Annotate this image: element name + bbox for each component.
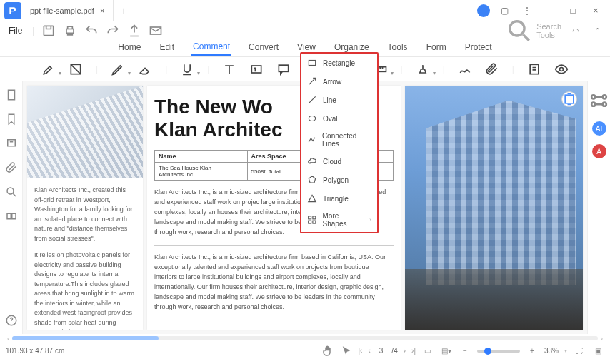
underline-tool-icon[interactable]: ▾ (180, 62, 194, 76)
properties-icon[interactable] (588, 89, 610, 113)
svg-rect-6 (279, 65, 289, 71)
document-page-left: Klan Architects Inc., created this off-g… (27, 86, 143, 330)
left-sidebar (0, 81, 23, 334)
svg-point-20 (603, 95, 606, 98)
cloud-icon[interactable]: ◠ (569, 24, 583, 38)
pencil-tool-icon[interactable]: ▾ (111, 62, 125, 76)
fields-icon[interactable] (5, 210, 18, 223)
app-icon (4, 2, 21, 19)
annotations-icon[interactable] (5, 137, 18, 150)
hand-tool-icon[interactable] (321, 345, 334, 358)
body-text: Klan Architects Inc., is a mid-sized arc… (154, 253, 394, 313)
hide-comments-icon[interactable] (554, 62, 569, 76)
fit-page-icon[interactable]: ⛶ (573, 347, 586, 355)
highlight-tool-icon[interactable]: ▾ (41, 62, 56, 76)
document-page-right (405, 86, 583, 330)
svg-rect-15 (7, 213, 11, 219)
close-tab-icon[interactable]: × (100, 6, 104, 15)
tab-form[interactable]: Form (425, 42, 448, 55)
sidebar-search-icon[interactable] (5, 186, 18, 198)
save-icon[interactable] (41, 24, 56, 38)
tab-protect[interactable]: Protect (464, 42, 494, 55)
user-avatar[interactable] (477, 4, 490, 17)
zoom-in-icon[interactable]: + (526, 347, 539, 355)
svg-rect-12 (8, 90, 14, 100)
tab-convert[interactable]: Convert (247, 42, 280, 55)
document-tab[interactable]: ppt file-sample.pdf × (21, 0, 114, 21)
text-tool-icon[interactable] (222, 62, 236, 76)
shapes-dropdown: Rectangle Arrow Line Oval Connected Line… (300, 52, 379, 233)
page-total: /4 (391, 347, 397, 355)
horizontal-scrollbar[interactable]: ‹ › (0, 334, 610, 343)
svg-rect-18 (565, 95, 574, 103)
eraser-tool-icon[interactable] (138, 62, 152, 76)
svg-point-21 (591, 103, 595, 106)
continuous-page-icon[interactable]: ▤▾ (440, 347, 453, 355)
email-icon[interactable] (149, 24, 163, 38)
textbox-tool-icon[interactable] (249, 62, 264, 76)
next-page-icon[interactable]: › (404, 347, 406, 355)
building-image-left (27, 86, 143, 178)
search-icon (505, 16, 534, 46)
shape-more[interactable]: More Shapes› (301, 208, 377, 232)
area-highlight-icon[interactable] (69, 62, 83, 76)
collapse-ribbon-icon[interactable]: ⌃ (590, 24, 604, 38)
scroll-right-icon[interactable]: › (601, 335, 603, 343)
svg-rect-5 (252, 66, 261, 73)
share-icon[interactable] (127, 24, 141, 38)
thumbnails-icon[interactable] (5, 89, 18, 101)
shape-triangle[interactable]: Triangle (301, 189, 377, 208)
statusbar: 101.93 x 47.87 cm |‹ ‹ 3 /4 › ›| ▭ ▤▾ − … (0, 343, 610, 358)
callout-tool-icon[interactable] (276, 62, 291, 76)
page-current[interactable]: 3 (376, 347, 386, 355)
ai-assistant-icon[interactable]: AI (592, 121, 606, 136)
comments-panel-icon[interactable] (527, 62, 541, 76)
quick-action-icon[interactable] (561, 91, 577, 107)
help-icon[interactable] (5, 314, 18, 327)
zoom-slider[interactable] (477, 350, 520, 353)
oval-icon (307, 113, 317, 123)
shape-oval[interactable]: Oval (301, 109, 377, 128)
shape-rectangle[interactable]: Rectangle (301, 54, 377, 72)
search-tools[interactable]: Search Tools (505, 16, 561, 46)
svg-point-14 (7, 188, 14, 194)
svg-rect-25 (309, 216, 311, 219)
svg-point-3 (509, 21, 524, 35)
first-page-icon[interactable]: |‹ (359, 347, 363, 355)
select-tool-icon[interactable] (340, 345, 353, 358)
tab-tools[interactable]: Tools (386, 42, 409, 55)
tab-comment[interactable]: Comment (191, 41, 231, 56)
shape-polygon[interactable]: Polygon (301, 171, 377, 189)
redo-icon[interactable] (106, 24, 120, 38)
signature-tool-icon[interactable] (458, 62, 472, 76)
scroll-left-icon[interactable]: ‹ (7, 335, 9, 343)
file-menu[interactable]: File (6, 26, 25, 36)
attachments-icon[interactable] (5, 161, 18, 174)
svg-point-24 (309, 116, 315, 121)
single-page-icon[interactable]: ▭ (421, 347, 434, 355)
bookmarks-icon[interactable] (5, 113, 18, 126)
attachment-tool-icon[interactable] (485, 62, 499, 76)
ai-feature-icon[interactable]: A (592, 144, 606, 158)
shape-line[interactable]: Line (301, 91, 377, 109)
undo-icon[interactable] (84, 24, 99, 38)
tab-edit[interactable]: Edit (158, 42, 176, 55)
shape-cloud[interactable]: Cloud (301, 152, 377, 171)
new-tab-button[interactable]: + (114, 5, 134, 16)
triangle-icon (307, 193, 317, 203)
last-page-icon[interactable]: ›| (411, 347, 416, 355)
divider (154, 245, 394, 246)
shape-arrow[interactable]: Arrow (301, 72, 377, 91)
stamp-tool-icon[interactable]: ▾ (416, 62, 430, 76)
print-icon[interactable] (63, 24, 77, 38)
body-text: It relies on photovoltaic panels for ele… (34, 251, 136, 330)
read-mode-icon[interactable]: ▣ (591, 347, 604, 355)
dimensions-readout: 101.93 x 47.87 cm (6, 347, 64, 355)
tab-home[interactable]: Home (116, 42, 142, 55)
rectangle-icon (307, 58, 317, 68)
prev-page-icon[interactable]: ‹ (368, 347, 370, 355)
svg-rect-13 (7, 140, 15, 146)
shape-connected-lines[interactable]: Connected Lines (301, 128, 377, 152)
polygon-icon (307, 175, 317, 185)
zoom-out-icon[interactable]: − (459, 347, 471, 355)
